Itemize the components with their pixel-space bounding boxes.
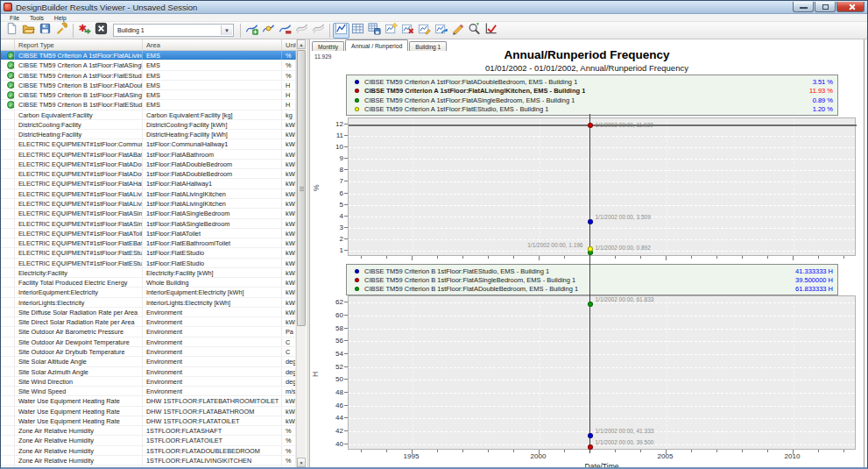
tab-annual-runperiod[interactable]: Annual / Runperiod bbox=[345, 39, 408, 51]
maximize-button[interactable] bbox=[815, 2, 836, 12]
add-curve-point-button[interactable] bbox=[260, 23, 277, 39]
table-row[interactable]: Zone Air Relative Humidity1STFLOOR:FLATA… bbox=[1, 456, 296, 465]
table-row[interactable]: Facility Total Produced Electric EnergyW… bbox=[1, 278, 296, 288]
table-row[interactable]: Water Use Equipment Heating RateDHW 1STF… bbox=[1, 396, 296, 406]
table-row[interactable]: ✓CIBSE TM59 Criterion B 1stFloor:FlatASi… bbox=[1, 90, 296, 100]
table-row[interactable]: Zone Air Relative Humidity1STFLOOR:FLATA… bbox=[1, 436, 296, 445]
table-row[interactable]: ELECTRIC EQUIPMENT#1stFloor:FlatEBathroo… bbox=[1, 238, 296, 248]
y-tick-label: 50 bbox=[321, 375, 343, 383]
export-grid-button[interactable] bbox=[366, 23, 383, 39]
table-row[interactable]: ELECTRIC EQUIPMENT#1stFloor:FlatEStudio#… bbox=[1, 248, 296, 258]
open-session-button[interactable] bbox=[20, 23, 37, 39]
table-header-area[interactable]: Area bbox=[143, 39, 282, 50]
report-type-cell: ELECTRIC EQUIPMENT#1stFloor:FlatADoubleB… bbox=[15, 169, 143, 178]
table-row[interactable]: Site Outdoor Air Drybulb TemperatureEnvi… bbox=[1, 347, 296, 357]
table-row[interactable]: Site Direct Solar Radiation Rate per Are… bbox=[1, 317, 296, 327]
table-row[interactable]: InteriorLights:ElectricityInteriorLights… bbox=[1, 298, 296, 308]
building-selector[interactable]: Building 1▼ bbox=[113, 24, 234, 37]
table-row[interactable]: ELECTRIC EQUIPMENT#1stFloor:FlatAHallway… bbox=[1, 179, 296, 188]
line-chart-view-button[interactable] bbox=[333, 23, 349, 39]
legend-entry[interactable]: CIBSE TM59 Criterion A 1stFloor:FlatEStu… bbox=[351, 105, 833, 115]
table-row[interactable]: Site Diffuse Solar Radiation Rate per Ar… bbox=[1, 308, 296, 317]
delete-chart-button[interactable] bbox=[399, 23, 416, 39]
annotate-button[interactable] bbox=[449, 23, 466, 39]
scrollbar-thumb[interactable] bbox=[297, 50, 306, 326]
chart-options-button[interactable] bbox=[433, 23, 449, 39]
data-point[interactable] bbox=[588, 219, 593, 224]
table-row[interactable]: Water Use Equipment Heating RateDHW 1STF… bbox=[1, 416, 296, 426]
data-point[interactable] bbox=[588, 433, 593, 438]
minimize-button[interactable] bbox=[793, 2, 814, 12]
table-row[interactable]: ELECTRIC EQUIPMENT#1stFloor:FlatABathroo… bbox=[1, 150, 296, 160]
table-row[interactable]: DistrictCooling:FacilityDistrictCooling:… bbox=[1, 120, 296, 130]
table-row[interactable]: Water Use Equipment Heating RateDHW 1STF… bbox=[1, 407, 296, 416]
legend-entry[interactable]: CIBSE TM59 Criterion A 1stFloor:FlatASin… bbox=[351, 96, 833, 105]
table-row[interactable]: ELECTRIC EQUIPMENT#1stFloor:FlatALivingI… bbox=[1, 189, 296, 199]
table-row[interactable]: Zone Air Relative Humidity1STFLOOR:FLATE… bbox=[1, 465, 296, 467]
options-button[interactable] bbox=[53, 23, 70, 39]
table-row[interactable]: ELECTRIC EQUIPMENT#1stFloor:FlatALivingI… bbox=[1, 199, 296, 209]
new-session-button[interactable] bbox=[4, 23, 20, 39]
table-row[interactable]: Site Wind DirectionEnvironmentdeg bbox=[1, 377, 296, 387]
data-point[interactable] bbox=[588, 444, 593, 450]
new-chart-button[interactable] bbox=[383, 23, 399, 39]
axis-tick bbox=[344, 366, 348, 367]
scroll-down-icon[interactable]: ▼ bbox=[297, 458, 306, 467]
table-row[interactable]: Site Solar Azimuth AngleEnvironmentdeg bbox=[1, 367, 296, 377]
table-row[interactable]: Zone Air Relative Humidity1STFLOOR:FLATA… bbox=[1, 426, 296, 436]
scroll-up-icon[interactable]: ▲ bbox=[297, 39, 306, 49]
gridline bbox=[349, 181, 855, 182]
table-row[interactable]: ✓CIBSE TM59 Criterion A 1stFloor:FlatALi… bbox=[1, 51, 296, 60]
close-results-button[interactable] bbox=[93, 23, 109, 39]
table-row[interactable]: InteriorEquipment:ElectricityInteriorEqu… bbox=[1, 288, 296, 297]
table-row[interactable]: ✓CIBSE TM59 Criterion A 1stFloor:FlatASi… bbox=[1, 60, 296, 70]
table-header-units[interactable]: Units bbox=[282, 39, 296, 50]
legend-entry[interactable]: CIBSE TM59 Criterion B 1stFloor:FlatADou… bbox=[351, 285, 833, 294]
tab-building-1[interactable]: Building 1 bbox=[409, 41, 447, 51]
chart-accept-button[interactable] bbox=[483, 23, 499, 39]
legend-entry[interactable]: CIBSE TM59 Criterion A 1stFloor:FlatALiv… bbox=[351, 87, 833, 96]
report-type-cell: Zone Air Relative Humidity bbox=[15, 426, 143, 435]
table-row[interactable]: ELECTRIC EQUIPMENT#1stFloor:CommunalHall… bbox=[1, 139, 296, 149]
refresh-results-button[interactable]: ✱ bbox=[76, 23, 93, 39]
table-row[interactable]: Site Outdoor Air Dewpoint TemperatureEnv… bbox=[1, 338, 296, 347]
grid-view-button[interactable] bbox=[349, 23, 366, 39]
data-point[interactable] bbox=[588, 123, 593, 128]
table-row[interactable]: Site Outdoor Air Barometric PressureEnvi… bbox=[1, 327, 296, 337]
table-row[interactable]: ✓CIBSE TM59 Criterion B 1stFloor:FlatESt… bbox=[1, 100, 296, 110]
tab-monthly[interactable]: Monthly bbox=[312, 41, 344, 51]
table-row[interactable]: Zone Air Relative Humidity1STFLOOR:FLATA… bbox=[1, 446, 296, 456]
table-row[interactable]: ELECTRIC EQUIPMENT#1stFloor:FlatAToilet#… bbox=[1, 229, 296, 238]
save-session-button[interactable] bbox=[37, 23, 53, 39]
table-row[interactable]: Site Solar Altitude AngleEnvironmentdeg bbox=[1, 357, 296, 366]
table-row[interactable]: ELECTRIC EQUIPMENT#1stFloor:FlatADoubleB… bbox=[1, 160, 296, 169]
legend-entry[interactable]: CIBSE TM59 Criterion B 1stFloor:FlatASin… bbox=[351, 275, 833, 284]
data-point[interactable] bbox=[588, 246, 593, 252]
table-row[interactable]: Carbon Equivalent:FacilityCarbon Equival… bbox=[1, 110, 296, 120]
remove-curve-button[interactable] bbox=[277, 23, 293, 39]
table-row[interactable]: DistrictHeating:FacilityDistrictHeating:… bbox=[1, 130, 296, 139]
data-point[interactable] bbox=[588, 302, 593, 307]
menu-item-file[interactable]: File bbox=[4, 14, 25, 22]
table-row[interactable]: ELECTRIC EQUIPMENT#1stFloor:FlatEStudio#… bbox=[1, 259, 296, 268]
table-row[interactable]: ✓CIBSE TM59 Criterion B 1stFloor:FlatADo… bbox=[1, 81, 296, 90]
table-row[interactable]: ELECTRIC EQUIPMENT#1stFloor:FlatASingleB… bbox=[1, 219, 296, 229]
table-header-report-type[interactable]: Report Type bbox=[15, 39, 143, 50]
table-row[interactable]: ELECTRIC EQUIPMENT#1stFloor:FlatASingleB… bbox=[1, 209, 296, 218]
table-row[interactable]: ✓CIBSE TM59 Criterion A 1stFloor:FlatESt… bbox=[1, 71, 296, 81]
add-curve-button[interactable] bbox=[243, 23, 260, 39]
edit-chart-button[interactable] bbox=[416, 23, 433, 39]
legend-series-value: 61.833333 H bbox=[795, 285, 833, 293]
table-row[interactable]: Electricity:FacilityElectricity:Facility… bbox=[1, 268, 296, 278]
close-button[interactable] bbox=[836, 2, 864, 12]
menu-item-help[interactable]: Help bbox=[49, 14, 72, 22]
menu-item-tools[interactable]: Tools bbox=[25, 14, 49, 22]
legend-entry[interactable]: CIBSE TM59 Criterion A 1stFloor:FlatADou… bbox=[351, 77, 833, 87]
zoom-chart-button[interactable] bbox=[466, 23, 483, 39]
table-scrollbar[interactable]: ▲ ▼ bbox=[296, 39, 306, 467]
table-row[interactable]: Site Wind SpeedEnvironmentm/s bbox=[1, 387, 296, 396]
chevron-down-icon[interactable]: ▼ bbox=[221, 25, 232, 35]
report-type-cell: Site Wind Speed bbox=[15, 387, 143, 395]
legend-entry[interactable]: CIBSE TM59 Criterion B 1stFloor:FlatEStu… bbox=[351, 266, 833, 275]
table-row[interactable]: ELECTRIC EQUIPMENT#1stFloor:FlatADoubleB… bbox=[1, 169, 296, 179]
